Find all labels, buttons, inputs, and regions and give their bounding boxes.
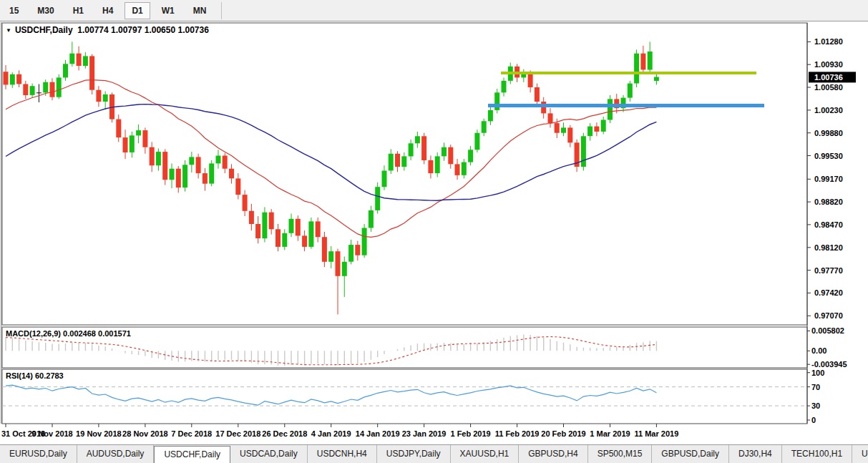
chart-tab-usdchf-daily[interactable]: USDCHF,Daily — [154, 446, 230, 463]
price-tick-label: 0.99880 — [814, 129, 843, 137]
macd-tick-label: 0.005802 — [811, 326, 844, 335]
chart-tab-audusd-daily[interactable]: AUDUSD,Daily — [77, 445, 155, 463]
rsi-pane-frame — [2, 369, 807, 424]
rsi-tick-label: 100 — [811, 369, 824, 377]
date-tick-label: 14 Jan 2019 — [356, 429, 400, 438]
chart-tab-sp500-m15[interactable]: SP500,M15 — [588, 445, 653, 463]
timeframe-button-m30[interactable]: M30 — [30, 2, 61, 19]
price-tick-label: 1.00580 — [814, 83, 843, 92]
price-tick-label: 0.97420 — [814, 288, 843, 297]
date-tick-label: 7 Dec 2018 — [171, 429, 212, 438]
chart-tab-tech100-h1[interactable]: TECH100,H1 — [782, 445, 852, 463]
chart-tab-dj30-h4[interactable]: DJ30,H4 — [729, 445, 782, 463]
timeframe-button-w1[interactable]: W1 — [155, 2, 182, 19]
price-tick-label: 1.01280 — [814, 37, 843, 46]
chart-tab-gbpusd-daily[interactable]: GBPUSD,Daily — [652, 445, 729, 463]
price-tick-label: 0.99170 — [814, 175, 843, 183]
chart-tab-usdcnh-h4[interactable]: USDCNH,H4 — [308, 445, 377, 463]
macd-tick-label: -0.003945 — [811, 360, 847, 369]
macd-tick-label: 0.00 — [811, 346, 826, 355]
current-price-label: 1.00736 — [814, 73, 843, 82]
date-tick-label: 11 Mar 2019 — [635, 429, 679, 438]
chart-window[interactable]: 1.012801.009301.005801.002300.998800.995… — [0, 21, 868, 444]
price-tick-label: 0.97770 — [814, 266, 843, 275]
date-tick-label: 23 Jan 2019 — [402, 429, 447, 438]
price-tick-label: 1.00930 — [814, 60, 843, 69]
rsi-tick-label: 0 — [811, 416, 816, 424]
rsi-tick-label: 70 — [811, 383, 820, 391]
timeframe-button-h4[interactable]: H4 — [95, 2, 120, 19]
chart-tab-usdjpy-daily[interactable]: USDJPY,Daily — [377, 445, 451, 463]
date-tick-label: 17 Dec 2018 — [215, 429, 260, 438]
chart-tab-gbpusd-h4[interactable]: GBPUSD,H4 — [519, 445, 587, 463]
price-tick-label: 0.99530 — [814, 152, 843, 160]
date-tick-label: 9 Nov 2018 — [31, 429, 72, 438]
chart-tab-bar: EURUSD,DailyAUDUSD,DailyUSDCHF,DailyUSDC… — [0, 444, 868, 463]
chart-tab-eurusd-daily[interactable]: EURUSD,Daily — [0, 445, 77, 463]
price-tick-label: 0.97070 — [814, 311, 843, 320]
date-tick-label: 20 Feb 2019 — [541, 429, 585, 438]
timeframe-button-d1[interactable]: D1 — [125, 2, 150, 19]
date-tick-label: 1 Mar 2019 — [590, 429, 630, 438]
price-tick-label: 1.00230 — [814, 106, 843, 114]
date-tick-label: 26 Dec 2018 — [262, 429, 307, 438]
price-tick-label: 0.98120 — [814, 243, 843, 252]
date-tick-label: 19 Nov 2018 — [76, 429, 122, 438]
chart-tab-usdcad-daily[interactable]: USDCAD,Daily — [230, 445, 308, 463]
price-tick-label: 0.98820 — [814, 198, 843, 206]
date-tick-label: 1 Feb 2019 — [450, 429, 490, 438]
timeframe-button-15[interactable]: 15 — [2, 2, 26, 19]
timeframe-button-h1[interactable]: H1 — [66, 2, 91, 19]
date-tick-label: 28 Nov 2018 — [122, 429, 168, 438]
chart-svg[interactable]: 1.012801.009301.005801.002300.998800.995… — [0, 21, 868, 444]
chart-tab-ukc[interactable]: UKC — [852, 445, 868, 463]
date-tick-label: 11 Feb 2019 — [495, 429, 540, 438]
rsi-tick-label: 30 — [811, 401, 820, 410]
date-tick-label: 4 Jan 2019 — [311, 429, 351, 438]
timeframe-toolbar: 15M30H1H4D1W1MN — [0, 0, 868, 21]
chart-tab-xauusd-h1[interactable]: XAUUSD,H1 — [451, 445, 520, 463]
timeframe-button-mn[interactable]: MN — [186, 2, 214, 19]
main-pane-frame — [2, 23, 807, 325]
toolbar-separator — [221, 2, 222, 19]
price-tick-label: 0.98470 — [814, 220, 843, 229]
